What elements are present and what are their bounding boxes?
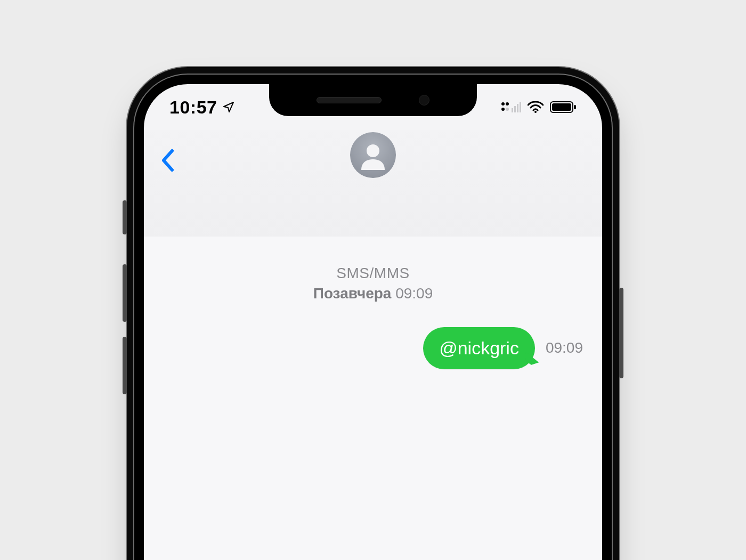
conversation-header bbox=[144, 130, 602, 237]
battery-icon bbox=[550, 101, 577, 113]
dual-sim-signal-icon bbox=[501, 101, 521, 113]
front-camera bbox=[419, 95, 429, 105]
thread-meta: SMS/MMS Позавчера 09:09 bbox=[144, 263, 602, 304]
chevron-left-icon bbox=[160, 149, 175, 172]
phone-screen: 10:57 bbox=[144, 84, 602, 560]
volume-down-button bbox=[123, 337, 127, 394]
status-time: 10:57 bbox=[169, 97, 217, 118]
speaker-grille bbox=[317, 97, 382, 103]
outgoing-message-bubble[interactable]: @nickgric bbox=[423, 327, 535, 369]
conversation-thread[interactable]: SMS/MMS Позавчера 09:09 @nickgric 09:09 bbox=[144, 237, 602, 560]
mute-switch bbox=[123, 200, 127, 234]
volume-up-button bbox=[123, 264, 127, 322]
svg-rect-5 bbox=[514, 106, 516, 112]
message-row: @nickgric 09:09 bbox=[144, 304, 602, 369]
channel-label: SMS/MMS bbox=[144, 263, 602, 283]
message-timestamp: 09:09 bbox=[546, 339, 583, 356]
svg-rect-7 bbox=[520, 102, 521, 112]
svg-point-2 bbox=[501, 108, 505, 111]
svg-rect-6 bbox=[517, 104, 518, 112]
svg-rect-10 bbox=[552, 103, 571, 111]
svg-rect-11 bbox=[574, 105, 576, 109]
svg-point-12 bbox=[367, 144, 379, 157]
svg-point-3 bbox=[506, 108, 509, 111]
person-silhouette-icon bbox=[358, 140, 388, 170]
svg-point-8 bbox=[534, 111, 537, 113]
message-text: @nickgric bbox=[439, 338, 519, 358]
back-button[interactable] bbox=[156, 148, 180, 173]
day-time: 09:09 bbox=[395, 285, 433, 302]
phone-frame: 10:57 bbox=[134, 75, 612, 560]
status-left: 10:57 bbox=[169, 97, 235, 118]
location-arrow-icon bbox=[222, 101, 235, 113]
notch bbox=[269, 84, 477, 116]
svg-point-0 bbox=[501, 102, 505, 105]
power-button bbox=[619, 288, 623, 378]
wifi-icon bbox=[528, 101, 544, 113]
svg-point-1 bbox=[506, 102, 509, 105]
day-label: Позавчера bbox=[313, 285, 392, 302]
svg-rect-4 bbox=[512, 108, 513, 112]
status-right bbox=[501, 101, 577, 113]
contact-avatar[interactable] bbox=[350, 132, 396, 178]
